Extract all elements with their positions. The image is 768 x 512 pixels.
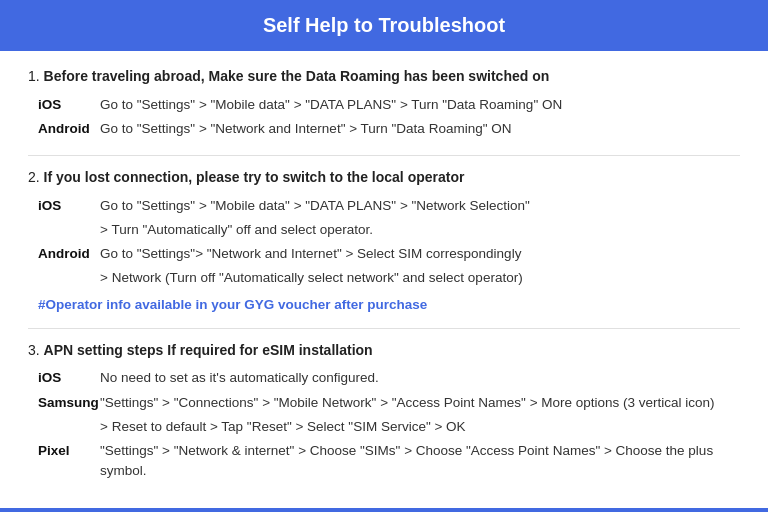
page-title: Self Help to Troubleshoot: [263, 14, 505, 36]
section-2-ios-continuation: > Turn "Automatically" off and select op…: [28, 220, 740, 240]
section-1: 1. Before traveling abroad, Make sure th…: [28, 67, 740, 139]
section-2: 2. If you lost connection, please try to…: [28, 168, 740, 312]
section-3-ios-step: iOS No need to set as it's automatically…: [28, 368, 740, 388]
section-1-android-platform: Android: [38, 119, 100, 139]
section-2-ios-platform: iOS: [38, 196, 100, 216]
section-2-heading-text: If you lost connection, please try to sw…: [44, 169, 465, 185]
section-3-pixel-platform: Pixel: [38, 441, 100, 461]
section-1-heading-text: Before traveling abroad, Make sure the D…: [44, 68, 550, 84]
section-2-ios-desc: Go to "Settings" > "Mobile data" > "DATA…: [100, 196, 740, 216]
section-2-number: 2.: [28, 169, 40, 185]
main-content: 1. Before traveling abroad, Make sure th…: [0, 51, 768, 508]
section-2-android-desc: Go to "Settings"> "Network and Internet"…: [100, 244, 740, 264]
page-header: Self Help to Troubleshoot: [0, 0, 768, 51]
section-2-android-platform: Android: [38, 244, 100, 264]
section-3-heading: 3. APN setting steps If required for eSI…: [28, 341, 740, 361]
section-3-number: 3.: [28, 342, 40, 358]
section-1-ios-desc: Go to "Settings" > "Mobile data" > "DATA…: [100, 95, 740, 115]
section-1-android-desc: Go to "Settings" > "Network and Internet…: [100, 119, 740, 139]
page-footer: Please contact us via WhatsApp in your G…: [0, 508, 768, 512]
section-3: 3. APN setting steps If required for eSI…: [28, 341, 740, 482]
section-3-samsung-desc: "Settings" > "Connections" > "Mobile Net…: [100, 393, 740, 413]
section-3-heading-text: APN setting steps If required for eSIM i…: [44, 342, 373, 358]
section-1-android-step: Android Go to "Settings" > "Network and …: [28, 119, 740, 139]
section-3-samsung-step: Samsung "Settings" > "Connections" > "Mo…: [28, 393, 740, 413]
section-2-android-continuation: > Network (Turn off "Automatically selec…: [28, 268, 740, 288]
section-3-samsung-continuation: > Reset to default > Tap "Reset" > Selec…: [28, 417, 740, 437]
section-2-android-step: Android Go to "Settings"> "Network and I…: [28, 244, 740, 264]
section-3-pixel-desc: "Settings" > "Network & internet" > Choo…: [100, 441, 740, 482]
section-2-heading: 2. If you lost connection, please try to…: [28, 168, 740, 188]
section-2-highlight: #Operator info available in your GYG vou…: [28, 297, 740, 312]
section-3-samsung-platform: Samsung: [38, 393, 100, 413]
section-3-pixel-step: Pixel "Settings" > "Network & internet" …: [28, 441, 740, 482]
section-3-ios-platform: iOS: [38, 368, 100, 388]
section-1-ios-platform: iOS: [38, 95, 100, 115]
section-2-ios-step: iOS Go to "Settings" > "Mobile data" > "…: [28, 196, 740, 216]
section-1-number: 1.: [28, 68, 40, 84]
section-1-heading: 1. Before traveling abroad, Make sure th…: [28, 67, 740, 87]
divider-2: [28, 328, 740, 329]
section-1-ios-step: iOS Go to "Settings" > "Mobile data" > "…: [28, 95, 740, 115]
divider-1: [28, 155, 740, 156]
section-3-ios-desc: No need to set as it's automatically con…: [100, 368, 740, 388]
